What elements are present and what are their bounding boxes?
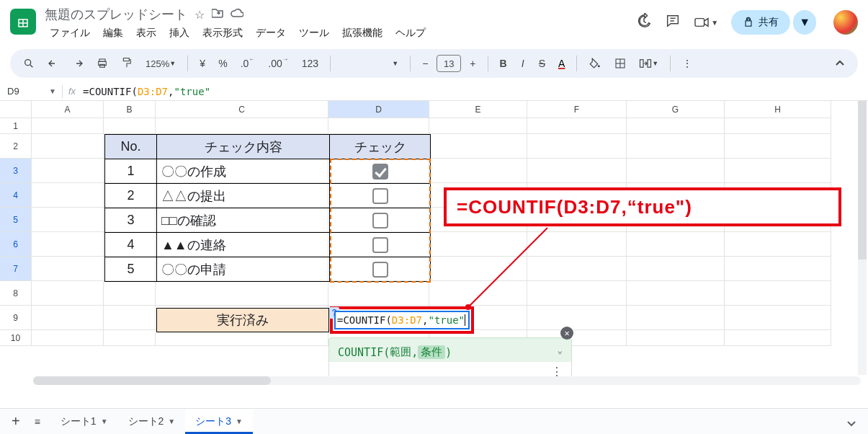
currency-button[interactable]: ¥ — [195, 55, 210, 72]
row-head-4[interactable]: 4 — [0, 183, 32, 208]
name-box[interactable]: D9 — [4, 84, 43, 98]
share-button[interactable]: 共有 — [731, 10, 790, 35]
col-head-D[interactable]: D — [328, 101, 429, 118]
print-icon[interactable] — [92, 55, 112, 72]
paint-format-icon[interactable] — [117, 54, 137, 73]
col-head-F[interactable]: F — [527, 101, 627, 118]
font-select[interactable]: ▼ — [338, 57, 403, 70]
menu-extensions[interactable]: 拡張機能 — [337, 25, 388, 42]
sheet-tab-シート3[interactable]: シート3 ▼ — [185, 409, 253, 434]
text-color-button[interactable]: A — [554, 55, 569, 72]
row-head-10[interactable]: 10 — [0, 330, 32, 346]
table-row-checkbox[interactable] — [330, 208, 431, 233]
table-row-checkbox[interactable] — [330, 233, 431, 257]
toolbar: 125% ▼ ¥ % .0← .00→ 123 ▼ − 13 + B I S A… — [10, 49, 858, 78]
undo-icon[interactable] — [43, 56, 63, 71]
annotation-box: =COUNTIF(D3:D7,“true") — [444, 187, 841, 226]
tooltip-arg2: 条件 — [418, 345, 445, 359]
menu-data[interactable]: データ — [251, 25, 291, 42]
vertical-scrollbar[interactable] — [858, 101, 867, 375]
tooltip-close-icon[interactable]: ✕ — [560, 327, 573, 340]
row-head-7[interactable]: 7 — [0, 257, 32, 281]
doc-title[interactable]: 無題のスプレッドシート — [45, 6, 187, 23]
menu-tools[interactable]: ツール — [294, 25, 334, 42]
sheet-bar: + ≡ シート1 ▼シート2 ▼シート3 ▼ — [0, 408, 868, 434]
font-size-input[interactable]: 13 — [437, 55, 461, 72]
svg-point-7 — [25, 60, 31, 66]
fontsize-plus[interactable]: + — [465, 55, 480, 72]
done-label-cell: 実行済み — [156, 308, 329, 332]
fill-color-button[interactable] — [584, 54, 606, 73]
menu-help[interactable]: ヘルプ — [390, 25, 431, 42]
formula-bar: D9 ▼ fx =COUNTIF(D3:D7,"true" — [0, 82, 868, 101]
merge-button[interactable]: ▼ — [635, 56, 663, 71]
share-caret[interactable]: ▼ — [793, 10, 816, 35]
row-head-6[interactable]: 6 — [0, 232, 32, 257]
table-row-checkbox[interactable] — [330, 184, 431, 208]
horizontal-scrollbar[interactable] — [33, 376, 861, 385]
avatar[interactable] — [833, 10, 858, 35]
strike-button[interactable]: S — [534, 55, 550, 72]
zoom-select[interactable]: 125% ▼ — [141, 56, 180, 72]
italic-button[interactable]: I — [516, 55, 530, 72]
name-box-caret[interactable]: ▼ — [43, 87, 62, 95]
row-head-8[interactable]: 8 — [0, 281, 32, 306]
table-row-checkbox[interactable] — [330, 159, 431, 184]
menu-format[interactable]: 表示形式 — [197, 25, 248, 42]
tooltip-collapse-icon[interactable]: ⌄ — [558, 345, 563, 355]
collapse-toolbar-icon[interactable] — [831, 57, 849, 70]
sheet-tab-シート2[interactable]: シート2 ▼ — [118, 409, 186, 434]
table-row-content: 〇〇の作成 — [157, 159, 330, 184]
all-sheets-button[interactable]: ≡ — [30, 412, 45, 432]
col-head-E[interactable]: E — [429, 101, 527, 118]
fx-icon[interactable]: fx — [68, 86, 76, 97]
editing-cell-d9[interactable]: ? =COUNTIF(D3:D7,"true" — [330, 306, 474, 334]
menu-file[interactable]: ファイル — [45, 25, 95, 42]
col-head-H[interactable]: H — [725, 101, 831, 118]
explore-icon[interactable] — [846, 418, 856, 430]
table-row-no: 4 — [105, 233, 157, 257]
increase-decimal[interactable]: .00→ — [264, 55, 292, 72]
col-head-G[interactable]: G — [627, 101, 725, 118]
percent-button[interactable]: % — [214, 55, 231, 72]
star-icon[interactable]: ☆ — [194, 8, 205, 22]
search-icon[interactable] — [19, 55, 39, 72]
table-row-checkbox[interactable] — [330, 257, 431, 282]
inner-table: No. チェック内容 チェック 1 〇〇の作成 2 △△の提出 3 □□の確認 … — [104, 134, 431, 282]
th-content: チェック内容 — [157, 135, 330, 159]
menu-view[interactable]: 表示 — [131, 25, 161, 42]
col-head-A[interactable]: A — [32, 101, 104, 118]
formula-range: D3:D7 — [138, 86, 168, 97]
borders-button[interactable] — [610, 55, 630, 72]
comment-icon[interactable] — [665, 13, 681, 32]
cloud-icon[interactable] — [231, 8, 243, 21]
sheet-tab-シート1[interactable]: シート1 ▼ — [50, 409, 118, 434]
row-head-1[interactable]: 1 — [0, 118, 32, 134]
fontsize-minus[interactable]: − — [418, 55, 432, 72]
row-head-3[interactable]: 3 — [0, 159, 32, 183]
menu-insert[interactable]: 挿入 — [164, 25, 194, 42]
grid-area[interactable]: ABCDEFGH 12345678910 No. チェック内容 チェック 1 〇… — [0, 101, 868, 411]
edit-string: "true" — [428, 314, 465, 326]
sheets-logo[interactable] — [10, 9, 36, 35]
redo-icon[interactable] — [68, 56, 88, 71]
meet-icon[interactable]: ▼ — [694, 16, 718, 29]
col-head-B[interactable]: B — [104, 101, 156, 118]
bold-button[interactable]: B — [496, 55, 511, 72]
row-head-2[interactable]: 2 — [0, 134, 32, 159]
move-icon[interactable] — [212, 8, 223, 21]
menu-edit[interactable]: 編集 — [98, 25, 128, 42]
add-sheet-button[interactable]: + — [7, 409, 24, 434]
decrease-decimal[interactable]: .0← — [236, 55, 260, 72]
history-icon[interactable] — [636, 13, 652, 32]
more-toolbar-icon[interactable]: ⋮ — [678, 55, 697, 72]
table-row-no: 3 — [105, 208, 157, 233]
edit-range: D3:D7 — [392, 314, 422, 326]
svg-rect-11 — [100, 64, 105, 67]
row-head-9[interactable]: 9 — [0, 306, 32, 330]
edit-prefix: =COUNTIF( — [337, 314, 392, 326]
col-head-C[interactable]: C — [156, 101, 328, 118]
row-head-5[interactable]: 5 — [0, 208, 32, 232]
formula-input[interactable]: =COUNTIF(D3:D7,"true" — [83, 86, 210, 97]
number-format[interactable]: 123 — [297, 55, 323, 72]
